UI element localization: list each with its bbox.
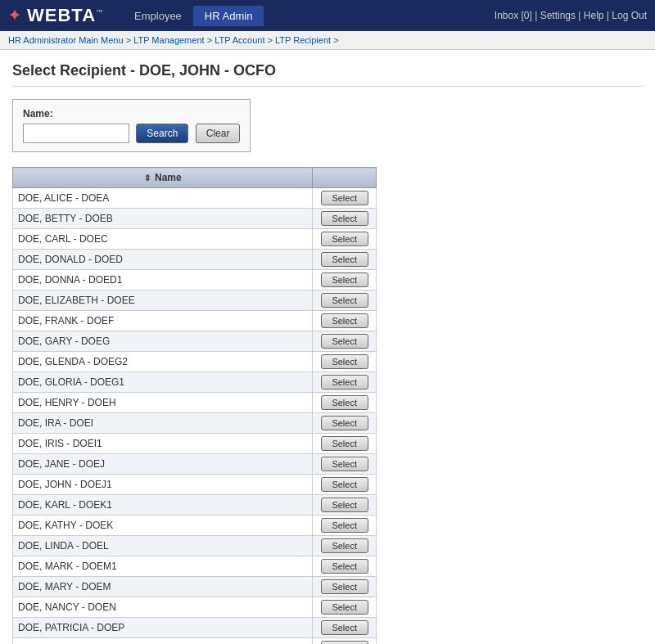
recipient-name: DOE, HENRY - DOEH <box>13 393 313 413</box>
recipient-name: DOE, GLENDA - DOEG2 <box>13 352 313 372</box>
select-cell: Select <box>313 454 377 475</box>
recipients-table: ⇕ Name DOE, ALICE - DOEASelectDOE, BETTY… <box>12 167 377 644</box>
select-button[interactable]: Select <box>321 498 368 512</box>
table-row: DOE, KATHY - DOEKSelect <box>13 516 377 536</box>
select-cell: Select <box>313 311 377 331</box>
select-button[interactable]: Select <box>321 436 368 451</box>
breadcrumb-ltp-account[interactable]: LTP Account <box>215 35 264 45</box>
select-column-header <box>313 168 377 188</box>
logo-area: ✦ WEBTA™ Employee HR Admin <box>8 5 264 26</box>
recipient-name: DOE, JOHN - DOEJ1 <box>13 475 313 495</box>
recipient-name: DOE, ELIZABETH - DOEE <box>13 290 313 311</box>
main-content: Select Recipient - DOE, JOHN - OCFO Name… <box>0 50 655 644</box>
select-button[interactable]: Select <box>321 211 368 226</box>
sort-arrow-icon: ⇕ <box>144 173 151 182</box>
tab-employee[interactable]: Employee <box>123 6 193 26</box>
recipient-name: DOE, PATRICIA - DOEP <box>13 618 313 638</box>
select-button[interactable]: Select <box>321 579 368 594</box>
select-button[interactable]: Select <box>321 477 368 492</box>
logo-dots-icon: ✦ <box>8 7 20 25</box>
select-cell: Select <box>313 331 377 352</box>
select-button[interactable]: Select <box>321 600 368 615</box>
select-button[interactable]: Select <box>321 538 368 553</box>
table-row: DOE, PATRICIA - DOEPSelect <box>13 618 377 638</box>
select-button[interactable]: Select <box>321 641 368 644</box>
select-button[interactable]: Select <box>321 457 368 471</box>
recipient-name: DOE, KARL - DOEK1 <box>13 495 313 516</box>
select-cell: Select <box>313 434 377 454</box>
header-right-links: Inbox [0] | Settings | Help | Log Out <box>495 10 647 21</box>
table-row: DOE, GLORIA - DOEG1Select <box>13 372 377 393</box>
recipient-name: DOE, FRANK - DOEF <box>13 311 313 331</box>
select-button[interactable]: Select <box>321 518 368 533</box>
clear-button[interactable]: Clear <box>196 124 241 143</box>
table-row: DOE, MARY - DOEMSelect <box>13 577 377 597</box>
select-button[interactable]: Select <box>321 395 368 410</box>
select-button[interactable]: Select <box>321 272 368 287</box>
select-button[interactable]: Select <box>321 559 368 574</box>
select-cell: Select <box>313 372 377 393</box>
table-row: DOE, THOMAS - DOETSelect <box>13 638 377 645</box>
select-cell: Select <box>313 618 377 638</box>
table-row: DOE, NANCY - DOENSelect <box>13 597 377 618</box>
table-row: DOE, JOHN - DOEJ1Select <box>13 475 377 495</box>
select-button[interactable]: Select <box>321 620 368 635</box>
name-column-label: Name <box>155 172 182 183</box>
select-button[interactable]: Select <box>321 354 368 369</box>
select-button[interactable]: Select <box>321 375 368 390</box>
select-cell: Select <box>313 516 377 536</box>
breadcrumb: HR Administrator Main Menu > LTP Managem… <box>0 31 655 50</box>
table-row: DOE, GARY - DOEGSelect <box>13 331 377 352</box>
select-button[interactable]: Select <box>321 293 368 308</box>
recipient-name: DOE, DONALD - DOED <box>13 250 313 270</box>
help-link[interactable]: Help <box>584 10 604 21</box>
logo-brand: WEBTA <box>27 5 96 25</box>
table-row: DOE, HENRY - DOEHSelect <box>13 393 377 413</box>
recipient-name: DOE, DONNA - DOED1 <box>13 270 313 290</box>
search-button[interactable]: Search <box>136 124 188 143</box>
select-cell: Select <box>313 188 377 209</box>
recipient-name: DOE, CARL - DOEC <box>13 229 313 250</box>
select-button[interactable]: Select <box>321 232 368 246</box>
inbox-link[interactable]: Inbox [0] <box>495 10 532 21</box>
header: ✦ WEBTA™ Employee HR Admin Inbox [0] | S… <box>0 0 655 31</box>
select-cell: Select <box>313 536 377 556</box>
tab-hradmin[interactable]: HR Admin <box>193 6 264 26</box>
select-cell: Select <box>313 209 377 229</box>
select-button[interactable]: Select <box>321 334 368 349</box>
table-row: DOE, IRA - DOEISelect <box>13 413 377 434</box>
select-cell: Select <box>313 475 377 495</box>
recipient-name: DOE, LINDA - DOEL <box>13 536 313 556</box>
select-cell: Select <box>313 290 377 311</box>
table-row: DOE, LINDA - DOELSelect <box>13 536 377 556</box>
table-row: DOE, GLENDA - DOEG2Select <box>13 352 377 372</box>
select-button[interactable]: Select <box>321 252 368 267</box>
select-button[interactable]: Select <box>321 191 368 205</box>
select-button[interactable]: Select <box>321 416 368 430</box>
search-box: Name: Search Clear <box>12 99 251 152</box>
name-column-header[interactable]: ⇕ Name <box>13 168 313 188</box>
breadcrumb-home[interactable]: HR Administrator Main Menu <box>8 35 124 45</box>
search-controls: Search Clear <box>23 124 240 143</box>
select-cell: Select <box>313 270 377 290</box>
select-cell: Select <box>313 229 377 250</box>
recipient-name: DOE, MARY - DOEM <box>13 577 313 597</box>
table-row: DOE, BETTY - DOEBSelect <box>13 209 377 229</box>
settings-link[interactable]: Settings <box>540 10 576 21</box>
recipient-name: DOE, IRA - DOEI <box>13 413 313 434</box>
table-row: DOE, KARL - DOEK1Select <box>13 495 377 516</box>
breadcrumb-ltp-mgmt[interactable]: LTP Management <box>133 35 204 45</box>
recipient-name: DOE, NANCY - DOEN <box>13 597 313 618</box>
recipient-name: DOE, BETTY - DOEB <box>13 209 313 229</box>
select-cell: Select <box>313 556 377 577</box>
recipient-name: DOE, KATHY - DOEK <box>13 516 313 536</box>
table-row: DOE, ELIZABETH - DOEESelect <box>13 290 377 311</box>
recipient-name: DOE, JANE - DOEJ <box>13 454 313 475</box>
name-label: Name: <box>23 108 240 119</box>
table-row: DOE, DONALD - DOEDSelect <box>13 250 377 270</box>
recipient-name: DOE, GARY - DOEG <box>13 331 313 352</box>
logout-link[interactable]: Log Out <box>612 10 647 21</box>
search-input[interactable] <box>23 124 129 143</box>
select-cell: Select <box>313 250 377 270</box>
select-button[interactable]: Select <box>321 313 368 328</box>
